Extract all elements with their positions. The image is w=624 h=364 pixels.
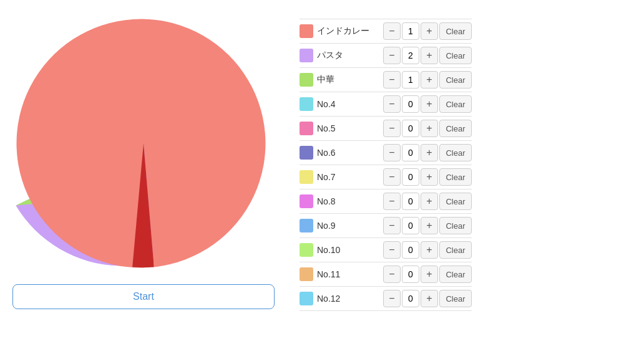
color-swatch [300,49,313,62]
count-controls: − 0 + Clear [383,168,472,186]
count-value: 0 [402,193,419,210]
count-value: 0 [402,120,419,137]
item-row: No.5 − 0 + Clear [300,117,472,141]
color-swatch [300,170,313,184]
count-value: 0 [402,95,419,113]
decrement-button[interactable]: − [383,217,401,234]
count-controls: − 0 + Clear [383,241,472,259]
count-controls: − 0 + Clear [383,217,472,234]
color-swatch [300,267,313,281]
item-label: No.12 [317,294,379,304]
count-value: 0 [402,241,419,259]
increment-button[interactable]: + [421,95,438,113]
left-panel: Start [12,12,275,309]
item-label: No.8 [317,196,379,206]
count-value: 1 [402,22,419,40]
decrement-button[interactable]: − [383,144,401,161]
increment-button[interactable]: + [421,22,438,40]
color-swatch [300,194,313,208]
item-row: No.10 − 0 + Clear [300,238,472,262]
decrement-button[interactable]: − [383,22,401,40]
increment-button[interactable]: + [421,120,438,137]
decrement-button[interactable]: − [383,168,401,186]
item-row: No.8 − 0 + Clear [300,189,472,214]
decrement-button[interactable]: − [383,266,401,283]
clear-button[interactable]: Clear [439,290,472,307]
increment-button[interactable]: + [421,217,438,234]
clear-button[interactable]: Clear [439,266,472,283]
item-row: No.9 − 0 + Clear [300,214,472,238]
color-swatch [300,219,313,232]
item-label: No.10 [317,245,379,255]
count-controls: − 0 + Clear [383,193,472,210]
color-swatch [300,146,313,160]
count-value: 0 [402,144,419,161]
count-controls: − 0 + Clear [383,120,472,137]
decrement-button[interactable]: − [383,47,401,64]
item-row: No.12 − 0 + Clear [300,287,472,311]
start-button[interactable]: Start [12,284,275,309]
item-label: 中華 [317,74,379,85]
count-controls: − 1 + Clear [383,71,472,89]
color-swatch [300,243,313,257]
item-row: No.4 − 0 + Clear [300,92,472,117]
item-label: No.9 [317,221,379,231]
decrement-button[interactable]: − [383,193,401,210]
item-row: インドカレー − 1 + Clear [300,19,472,44]
count-value: 1 [402,71,419,89]
item-row: No.6 − 0 + Clear [300,141,472,165]
decrement-button[interactable]: − [383,241,401,259]
item-label: パスタ [317,50,379,61]
color-swatch [300,24,313,38]
item-row: No.11 − 0 + Clear [300,262,472,287]
color-swatch [300,292,313,305]
increment-button[interactable]: + [421,241,438,259]
clear-button[interactable]: Clear [439,95,472,113]
count-value: 0 [402,266,419,283]
count-controls: − 0 + Clear [383,266,472,283]
increment-button[interactable]: + [421,290,438,307]
clear-button[interactable]: Clear [439,144,472,161]
item-label: No.7 [317,172,379,182]
clear-button[interactable]: Clear [439,241,472,259]
count-controls: − 0 + Clear [383,144,472,161]
decrement-button[interactable]: − [383,120,401,137]
item-label: No.4 [317,99,379,109]
color-swatch [300,97,313,111]
item-row: No.7 − 0 + Clear [300,165,472,189]
clear-button[interactable]: Clear [439,217,472,234]
decrement-button[interactable]: − [383,95,401,113]
item-label: インドカレー [317,26,379,37]
item-label: No.6 [317,148,379,158]
color-swatch [300,122,313,135]
increment-button[interactable]: + [421,168,438,186]
count-value: 0 [402,168,419,186]
increment-button[interactable]: + [421,266,438,283]
clear-button[interactable]: Clear [439,120,472,137]
item-label: No.5 [317,123,379,133]
count-controls: − 2 + Clear [383,47,472,64]
count-value: 0 [402,217,419,234]
decrement-button[interactable]: − [383,71,401,89]
increment-button[interactable]: + [421,193,438,210]
color-swatch [300,73,313,87]
count-controls: − 0 + Clear [383,290,472,307]
decrement-button[interactable]: − [383,290,401,307]
count-value: 0 [402,290,419,307]
increment-button[interactable]: + [421,47,438,64]
clear-button[interactable]: Clear [439,71,472,89]
clear-button[interactable]: Clear [439,168,472,186]
count-value: 2 [402,47,419,64]
increment-button[interactable]: + [421,144,438,161]
item-row: パスタ − 2 + Clear [300,44,472,68]
clear-button[interactable]: Clear [439,22,472,40]
item-row: 中華 − 1 + Clear [300,68,472,92]
count-controls: − 1 + Clear [383,22,472,40]
count-controls: − 0 + Clear [383,95,472,113]
clear-button[interactable]: Clear [439,193,472,210]
clear-button[interactable]: Clear [439,47,472,64]
pie-chart [12,12,275,274]
increment-button[interactable]: + [421,71,438,89]
item-label: No.11 [317,269,379,279]
right-panel: インドカレー − 1 + Clear パスタ − 2 + Clear 中華 − … [300,12,472,311]
